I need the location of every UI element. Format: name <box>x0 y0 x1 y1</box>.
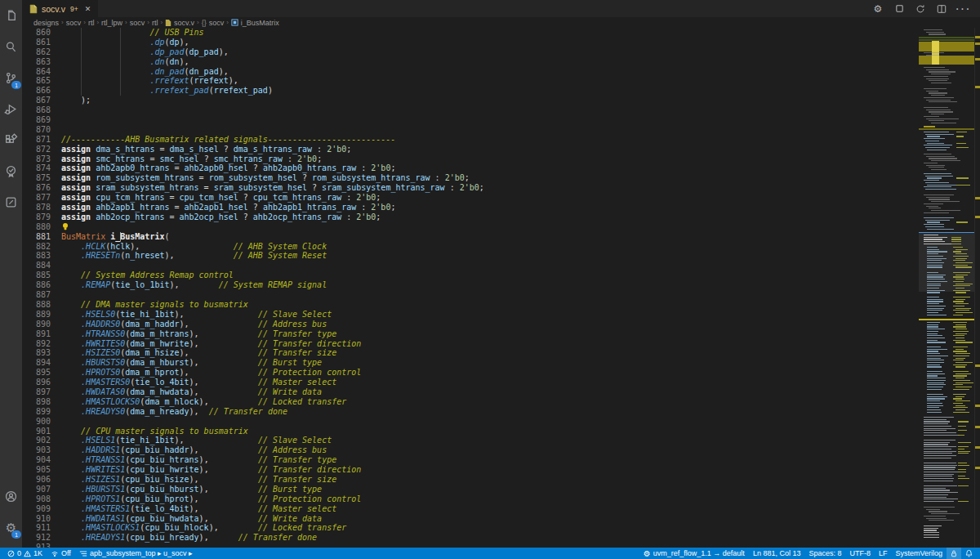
code-line[interactable]: 861 .dp(dp), <box>22 38 919 47</box>
split-editor-icon[interactable] <box>936 3 947 15</box>
code-line[interactable]: 870 <box>22 125 919 135</box>
encoding-indicator[interactable]: UTF-8 <box>845 548 875 559</box>
code-line[interactable]: 911 .HMASTLOCKS1(cpu_biu_hlock), // Lock… <box>22 523 919 533</box>
code-line[interactable]: 887 <box>22 290 919 300</box>
code-line[interactable]: 884 <box>22 261 919 271</box>
code-line[interactable]: 908 .HPROTS1(cpu_biu_hprot), // Protecti… <box>22 494 919 504</box>
code-line[interactable]: 900 <box>22 417 919 427</box>
minimap-mark <box>927 409 941 410</box>
minimap[interactable] <box>919 28 975 548</box>
code-line[interactable]: 868 <box>22 105 919 115</box>
breadcrumb-item-socv[interactable]: socv <box>130 19 145 27</box>
code-line[interactable]: 883 .HRESETn(n_hreset), // AHB System Re… <box>22 251 919 261</box>
code-line[interactable]: 878assign ahb2apb1_htrans = ahb2apb1_hse… <box>22 203 919 212</box>
minimap-mark <box>924 516 946 517</box>
code-line[interactable]: 892 .HWRITES0(dma_m_hwrite), // Transfer… <box>22 339 919 349</box>
network-indicator[interactable]: Off <box>47 548 75 559</box>
code-line[interactable]: 906 .HSIZES1(cpu_biu_hsize), // Transfer… <box>22 475 919 485</box>
code-line[interactable]: 863 .dn(dn), <box>22 57 919 67</box>
code-line[interactable]: 881BusMatrix i_BusMatrix( <box>22 232 919 242</box>
code-line[interactable]: 862 .dp_pad(dp_pad), <box>22 47 919 57</box>
code-area[interactable]: 860 // USB Pins861 .dp(dp),862 .dp_pad(d… <box>22 28 919 548</box>
code-line[interactable]: 899 .HREADYS0(dma_m_hready), // Transfer… <box>22 407 919 417</box>
code-line[interactable]: 873assign smc_htrans = smc_hsel ? smc_ht… <box>22 154 919 164</box>
code-line[interactable]: 896 .HMASTERS0(tie_lo_4bit), // Master s… <box>22 378 919 387</box>
code-line[interactable]: 889 .HSELS0(tie_hi_1bit), // Slave Selec… <box>22 310 919 320</box>
verified-icon[interactable] <box>0 155 22 186</box>
minimap-mark <box>929 34 946 34</box>
code-line[interactable]: 904 .HTRANSS1(cpu_biu_htrans), // Transf… <box>22 455 919 465</box>
code-line[interactable]: 865 .rrefext(rrefext), <box>22 76 919 86</box>
code-line[interactable]: 875assign rom_subsystem_htrans = rom_sub… <box>22 173 919 183</box>
code-line[interactable]: 869 <box>22 115 919 125</box>
code-line[interactable]: 877assign cpu_tcm_htrans = cpu_tcm_hsel … <box>22 193 919 203</box>
code-line[interactable]: 902 .HSELS1(tie_hi_1bit), // Slave Selec… <box>22 436 919 445</box>
code-line[interactable]: 882 .HCLK(hclk), // AHB System Clock <box>22 242 919 252</box>
code-line[interactable]: 893 .HSIZES0(dma_m_hsize), // Transfer s… <box>22 348 919 358</box>
code-line[interactable]: 905 .HWRITES1(cpu_biu_hwrite), // Transf… <box>22 465 919 475</box>
code-line[interactable]: 909 .HMASTERS1(tie_lo_4bit), // Master s… <box>22 504 919 514</box>
code-line[interactable]: 871//-----------AHB Busmatrix related si… <box>22 135 919 145</box>
breadcrumb-item-designs[interactable]: designs <box>33 19 59 27</box>
code-line[interactable]: 895 .HPROTS0(dma_m_hprot), // Protection… <box>22 368 919 378</box>
notebook-icon[interactable] <box>0 186 22 217</box>
code-line[interactable]: 907 .HBURSTS1(cpu_biu_hburst), // Burst … <box>22 485 919 494</box>
explorer-icon[interactable] <box>0 0 22 31</box>
more-actions-icon[interactable]: ··· <box>957 3 969 15</box>
lock-icon[interactable] <box>947 548 961 559</box>
code-line[interactable]: 901 // CPU master signals to busmatrix <box>22 427 919 436</box>
language-mode[interactable]: SystemVerilog <box>891 548 947 559</box>
close-icon[interactable]: ✕ <box>85 5 91 13</box>
code-line[interactable]: 913 <box>22 543 919 548</box>
scope-indicator[interactable]: apb_subsystem_top ▸ u_socv ▸ <box>75 548 197 559</box>
code-line[interactable]: 891 .HTRANSS0(dma_m_htrans), // Transfer… <box>22 329 919 339</box>
breadcrumb-item-socv[interactable]: {}socv <box>202 19 225 27</box>
eol-indicator[interactable]: LF <box>875 548 892 559</box>
account-icon[interactable] <box>0 481 22 512</box>
code-line[interactable]: 890 .HADDRS0(dma_m_haddr), // Address bu… <box>22 320 919 329</box>
code-line[interactable]: 872assign dma_s_htrans = dma_s_hsel ? dm… <box>22 145 919 154</box>
code-line[interactable]: 874assign ahb2apb0_htrans = ahb2apb0_hse… <box>22 163 919 173</box>
notifications-bell-icon[interactable] <box>961 548 977 559</box>
code-line[interactable]: 876assign sram_subsystem_htrans = sram_s… <box>22 183 919 193</box>
source-control-icon[interactable]: 1 <box>0 62 22 93</box>
extensions-icon[interactable] <box>0 124 22 155</box>
code-line[interactable]: 898 .HMASTLOCKS0(dma_m_hlock), // Locked… <box>22 397 919 407</box>
breadcrumb-item-i_BusMatrix[interactable]: i_BusMatrix <box>231 19 279 27</box>
minimap-mark <box>953 403 963 404</box>
breadcrumb-item-rtl[interactable]: rtl <box>152 19 158 27</box>
breadcrumb-item-socv.v[interactable]: socv.v <box>165 19 194 27</box>
code-line[interactable]: 860 // USB Pins <box>22 28 919 38</box>
code-line[interactable]: 879assign ahb2ocp_htrans = ahb2ocp_hsel … <box>22 212 919 222</box>
editor[interactable]: 860 // USB Pins861 .dp(dp),862 .dp_pad(d… <box>22 28 980 548</box>
run-debug-icon[interactable] <box>0 93 22 124</box>
code-line[interactable]: 894 .HBURSTS0(dma_m_hburst), // Burst ty… <box>22 358 919 368</box>
breadcrumb-item-rtl_lpw[interactable]: rtl_lpw <box>101 19 122 27</box>
tab-socv[interactable]: socv.v 9+ ✕ <box>22 0 98 17</box>
code-line[interactable]: 910 .HWDATAS1(cpu_biu_hwdata), // Write … <box>22 514 919 524</box>
code-line[interactable]: 912 .HREADYS1(cpu_biu_hready), // Transf… <box>22 533 919 543</box>
code-line[interactable]: 885 // System Address Remap control <box>22 271 919 280</box>
minimap-slider[interactable] <box>919 232 975 292</box>
square-icon[interactable] <box>893 3 905 15</box>
gear-icon[interactable]: ⚙ <box>872 3 884 15</box>
code-line[interactable]: 864 .dn_pad(dn_pad), <box>22 67 919 77</box>
sync-icon[interactable] <box>915 3 926 15</box>
code-line[interactable]: 897 .HWDATAS0(dma_m_hwdata), // Write da… <box>22 387 919 397</box>
problems-indicator[interactable]: 0 1K <box>3 548 47 559</box>
minimap-mark <box>931 83 951 83</box>
breadcrumb-item-rtl[interactable]: rtl <box>88 19 95 27</box>
breadcrumb-item-socv[interactable]: socv <box>66 19 82 27</box>
cursor-position[interactable]: Ln 881, Col 13 <box>749 548 805 559</box>
env-indicator[interactable]: ⚙ uvm_ref_flow_1.1 → default <box>639 548 749 559</box>
indentation-indicator[interactable]: Spaces: 8 <box>804 548 845 559</box>
code-line[interactable]: 886 .REMAP(tie_lo_1bit), // System REMAP… <box>22 280 919 290</box>
search-icon[interactable] <box>0 31 22 62</box>
settings-gear-icon[interactable]: ⚙ 1 <box>0 512 22 543</box>
code-line[interactable]: 888 // DMA master signals to busmatrix <box>22 300 919 310</box>
code-line[interactable]: 903 .HADDRS1(cpu_biu_haddr), // Address … <box>22 445 919 455</box>
lightbulb-icon[interactable] <box>61 222 69 230</box>
code-line[interactable]: 867 ); <box>22 96 919 105</box>
code-line[interactable]: 866 .rrefext_pad(rrefext_pad) <box>22 86 919 96</box>
code-line[interactable]: 880 <box>22 222 919 232</box>
